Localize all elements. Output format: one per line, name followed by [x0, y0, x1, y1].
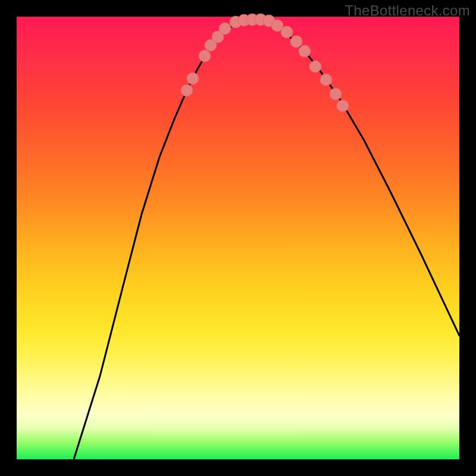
- marker-dot: [187, 73, 199, 84]
- bottleneck-curve: [74, 20, 459, 459]
- marker-dot: [299, 45, 311, 57]
- marker-dot: [309, 61, 321, 73]
- marker-dot: [219, 23, 231, 35]
- marker-dot: [181, 84, 193, 96]
- marker-dot: [199, 50, 211, 62]
- marker-dot: [281, 26, 293, 38]
- chart-frame: TheBottleneck.com: [0, 0, 476, 476]
- watermark-text: TheBottleneck.com: [345, 2, 470, 19]
- chart-svg: [17, 17, 459, 459]
- marker-dot: [330, 88, 342, 100]
- marker-dot: [320, 74, 332, 86]
- marker-dot: [290, 36, 302, 48]
- marker-dot: [337, 100, 349, 112]
- curve-line: [74, 20, 459, 459]
- highlight-dots: [181, 14, 349, 112]
- plot-area: [17, 17, 459, 459]
